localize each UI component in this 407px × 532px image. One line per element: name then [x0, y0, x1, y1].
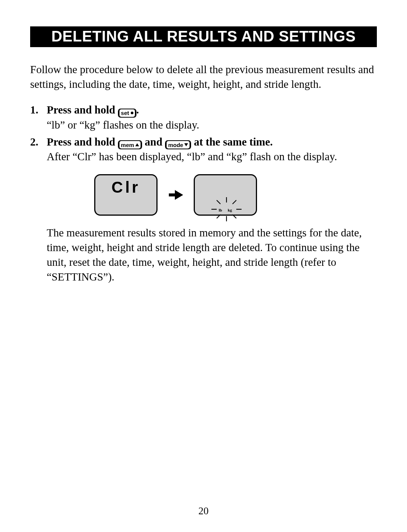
lcd-screen-units: lb kg [194, 174, 257, 216]
svg-line-2 [233, 200, 236, 204]
manual-page: DELETING ALL RESULTS AND SETTINGS Follow… [0, 0, 407, 532]
step-title: Press and hold mem and mode at the same … [47, 136, 273, 148]
step-title-text: . [136, 104, 139, 116]
step-body: After “Clr” has been displayed, “lb” and… [47, 149, 377, 164]
mode-button-icon: mode [165, 140, 191, 149]
dot-icon [131, 112, 133, 114]
set-button-icon: set [118, 109, 136, 118]
section-title: DELETING ALL RESULTS AND SETTINGS [30, 26, 377, 47]
unit-kg: kg [228, 208, 232, 212]
lcd-diagram: Clr lb kg [94, 174, 377, 216]
step-item: Press and hold mem and mode at the same … [30, 135, 377, 164]
triangle-down-icon [184, 143, 188, 146]
step-title: Press and hold set . [47, 104, 139, 116]
step-title-text: at the same time. [194, 136, 272, 148]
mem-button-icon: mem [118, 140, 142, 149]
lcd-unit-labels: lb kg [195, 208, 256, 212]
arrow-right-icon [168, 190, 183, 200]
step-title-text: Press and hold [47, 104, 118, 116]
step-title-text: Press and hold [47, 136, 118, 148]
step-item: Press and hold set . “lb” or “kg” flashe… [30, 103, 377, 132]
lcd-text: Clr [95, 178, 156, 196]
page-number: 20 [0, 505, 407, 517]
step-title-text: and [145, 136, 165, 148]
step-list: Press and hold set . “lb” or “kg” flashe… [30, 103, 377, 164]
svg-line-1 [217, 200, 220, 204]
svg-line-5 [217, 215, 220, 218]
svg-line-6 [233, 215, 236, 218]
intro-paragraph: Follow the procedure below to delete all… [30, 62, 377, 92]
closing-paragraph: The measurement results stored in memory… [30, 225, 377, 285]
lcd-screen-clr: Clr [94, 174, 158, 216]
button-label: mode [168, 142, 183, 148]
flash-rays-icon [195, 172, 258, 228]
button-label: mem [121, 142, 134, 148]
button-label: set [121, 110, 129, 116]
step-body: “lb” or “kg” flashes on the display. [47, 118, 377, 132]
triangle-up-icon [135, 143, 139, 146]
unit-lb: lb [219, 208, 222, 212]
